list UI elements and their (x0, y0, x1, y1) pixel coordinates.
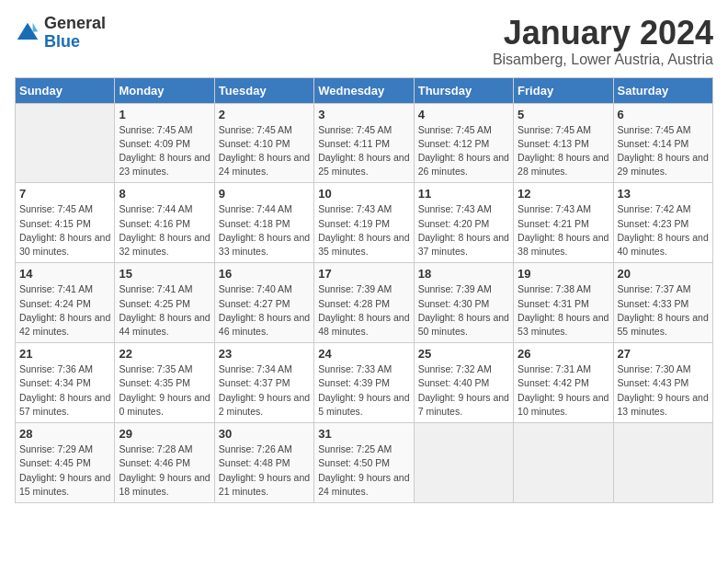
header-sunday: Sunday (16, 77, 115, 103)
header-monday: Monday (115, 77, 214, 103)
table-row: 2 Sunrise: 7:45 AMSunset: 4:10 PMDayligh… (214, 103, 313, 183)
calendar-header-row: Sunday Monday Tuesday Wednesday Thursday… (16, 77, 713, 103)
day-detail: Sunrise: 7:38 AMSunset: 4:31 PMDaylight:… (518, 282, 609, 339)
table-row: 21 Sunrise: 7:36 AMSunset: 4:34 PMDaylig… (16, 343, 115, 423)
table-row: 22 Sunrise: 7:35 AMSunset: 4:35 PMDaylig… (115, 343, 214, 423)
table-row: 30 Sunrise: 7:26 AMSunset: 4:48 PMDaylig… (214, 423, 313, 503)
day-detail: Sunrise: 7:40 AMSunset: 4:27 PMDaylight:… (219, 282, 310, 339)
table-row: 25 Sunrise: 7:32 AMSunset: 4:40 PMDaylig… (414, 343, 513, 423)
day-detail: Sunrise: 7:41 AMSunset: 4:25 PMDaylight:… (119, 282, 210, 339)
day-detail: Sunrise: 7:45 AMSunset: 4:10 PMDaylight:… (219, 123, 310, 179)
day-number: 27 (618, 347, 709, 361)
day-detail: Sunrise: 7:39 AMSunset: 4:30 PMDaylight:… (418, 282, 509, 339)
day-detail: Sunrise: 7:29 AMSunset: 4:45 PMDaylight:… (19, 442, 110, 499)
calendar-title: January 2024 (493, 15, 713, 52)
day-number: 14 (19, 267, 110, 281)
header-thursday: Thursday (414, 77, 513, 103)
table-row: 23 Sunrise: 7:34 AMSunset: 4:37 PMDaylig… (214, 343, 313, 423)
table-row: 6 Sunrise: 7:45 AMSunset: 4:14 PMDayligh… (613, 103, 712, 183)
header-wednesday: Wednesday (314, 77, 414, 103)
day-number: 2 (219, 108, 310, 121)
calendar-week-row: 28 Sunrise: 7:29 AMSunset: 4:45 PMDaylig… (16, 423, 713, 503)
table-row (613, 423, 712, 503)
table-row: 29 Sunrise: 7:28 AMSunset: 4:46 PMDaylig… (115, 423, 214, 503)
day-detail: Sunrise: 7:43 AMSunset: 4:19 PMDaylight:… (318, 202, 409, 259)
day-detail: Sunrise: 7:44 AMSunset: 4:16 PMDaylight:… (119, 202, 210, 259)
logo: General Blue (15, 15, 106, 52)
day-number: 12 (518, 187, 609, 201)
table-row: 26 Sunrise: 7:31 AMSunset: 4:42 PMDaylig… (514, 343, 613, 423)
day-number: 20 (618, 267, 709, 281)
day-detail: Sunrise: 7:42 AMSunset: 4:23 PMDaylight:… (618, 202, 709, 259)
day-number: 5 (518, 108, 609, 121)
logo-blue: Blue (44, 33, 106, 52)
title-block: January 2024 Bisamberg, Lower Austria, A… (493, 15, 713, 68)
table-row: 18 Sunrise: 7:39 AMSunset: 4:30 PMDaylig… (414, 263, 513, 343)
table-row: 7 Sunrise: 7:45 AMSunset: 4:15 PMDayligh… (16, 183, 115, 263)
header-tuesday: Tuesday (214, 77, 313, 103)
table-row: 10 Sunrise: 7:43 AMSunset: 4:19 PMDaylig… (314, 183, 414, 263)
day-number: 22 (119, 347, 210, 361)
day-number: 18 (418, 267, 509, 281)
table-row: 1 Sunrise: 7:45 AMSunset: 4:09 PMDayligh… (115, 103, 214, 183)
table-row: 11 Sunrise: 7:43 AMSunset: 4:20 PMDaylig… (414, 183, 513, 263)
day-detail: Sunrise: 7:39 AMSunset: 4:28 PMDaylight:… (318, 282, 409, 339)
table-row: 20 Sunrise: 7:37 AMSunset: 4:33 PMDaylig… (613, 263, 712, 343)
calendar-week-row: 7 Sunrise: 7:45 AMSunset: 4:15 PMDayligh… (16, 183, 713, 263)
day-number: 21 (19, 347, 110, 361)
header-friday: Friday (514, 77, 613, 103)
table-row: 16 Sunrise: 7:40 AMSunset: 4:27 PMDaylig… (214, 263, 313, 343)
day-detail: Sunrise: 7:36 AMSunset: 4:34 PMDaylight:… (19, 362, 110, 419)
table-row: 24 Sunrise: 7:33 AMSunset: 4:39 PMDaylig… (314, 343, 414, 423)
day-detail: Sunrise: 7:34 AMSunset: 4:37 PMDaylight:… (219, 362, 310, 419)
table-row: 14 Sunrise: 7:41 AMSunset: 4:24 PMDaylig… (16, 263, 115, 343)
day-number: 10 (318, 187, 409, 201)
day-number: 6 (618, 108, 709, 121)
table-row (414, 423, 513, 503)
day-number: 30 (219, 427, 310, 441)
page-header: General Blue January 2024 Bisamberg, Low… (15, 15, 713, 68)
table-row (514, 423, 613, 503)
day-detail: Sunrise: 7:45 AMSunset: 4:15 PMDaylight:… (19, 202, 110, 259)
day-number: 1 (119, 108, 210, 121)
day-detail: Sunrise: 7:44 AMSunset: 4:18 PMDaylight:… (219, 202, 310, 259)
day-detail: Sunrise: 7:25 AMSunset: 4:50 PMDaylight:… (318, 442, 409, 499)
day-number: 19 (518, 267, 609, 281)
header-saturday: Saturday (613, 77, 712, 103)
day-number: 13 (618, 187, 709, 201)
svg-marker-1 (33, 23, 39, 32)
day-number: 11 (418, 187, 509, 201)
day-number: 23 (219, 347, 310, 361)
day-number: 17 (318, 267, 409, 281)
table-row: 12 Sunrise: 7:43 AMSunset: 4:21 PMDaylig… (514, 183, 613, 263)
day-detail: Sunrise: 7:45 AMSunset: 4:12 PMDaylight:… (418, 123, 509, 179)
day-detail: Sunrise: 7:26 AMSunset: 4:48 PMDaylight:… (219, 442, 310, 499)
day-number: 8 (119, 187, 210, 201)
day-detail: Sunrise: 7:30 AMSunset: 4:43 PMDaylight:… (618, 362, 709, 419)
day-number: 9 (219, 187, 310, 201)
day-number: 3 (318, 108, 409, 121)
day-detail: Sunrise: 7:43 AMSunset: 4:20 PMDaylight:… (418, 202, 509, 259)
day-number: 15 (119, 267, 210, 281)
day-detail: Sunrise: 7:33 AMSunset: 4:39 PMDaylight:… (318, 362, 409, 419)
calendar-week-row: 21 Sunrise: 7:36 AMSunset: 4:34 PMDaylig… (16, 343, 713, 423)
day-detail: Sunrise: 7:43 AMSunset: 4:21 PMDaylight:… (518, 202, 609, 259)
logo-icon (15, 20, 40, 46)
table-row: 8 Sunrise: 7:44 AMSunset: 4:16 PMDayligh… (115, 183, 214, 263)
day-detail: Sunrise: 7:35 AMSunset: 4:35 PMDaylight:… (119, 362, 210, 419)
calendar-subtitle: Bisamberg, Lower Austria, Austria (493, 52, 713, 68)
day-detail: Sunrise: 7:28 AMSunset: 4:46 PMDaylight:… (119, 442, 210, 499)
day-number: 4 (418, 108, 509, 121)
table-row: 19 Sunrise: 7:38 AMSunset: 4:31 PMDaylig… (514, 263, 613, 343)
calendar-table: Sunday Monday Tuesday Wednesday Thursday… (15, 77, 713, 503)
table-row: 5 Sunrise: 7:45 AMSunset: 4:13 PMDayligh… (514, 103, 613, 183)
table-row (16, 103, 115, 183)
table-row: 17 Sunrise: 7:39 AMSunset: 4:28 PMDaylig… (314, 263, 414, 343)
day-number: 28 (19, 427, 110, 441)
day-detail: Sunrise: 7:45 AMSunset: 4:14 PMDaylight:… (618, 123, 709, 179)
day-detail: Sunrise: 7:45 AMSunset: 4:11 PMDaylight:… (318, 123, 409, 179)
day-number: 25 (418, 347, 509, 361)
day-detail: Sunrise: 7:31 AMSunset: 4:42 PMDaylight:… (518, 362, 609, 419)
table-row: 3 Sunrise: 7:45 AMSunset: 4:11 PMDayligh… (314, 103, 414, 183)
day-detail: Sunrise: 7:37 AMSunset: 4:33 PMDaylight:… (618, 282, 709, 339)
